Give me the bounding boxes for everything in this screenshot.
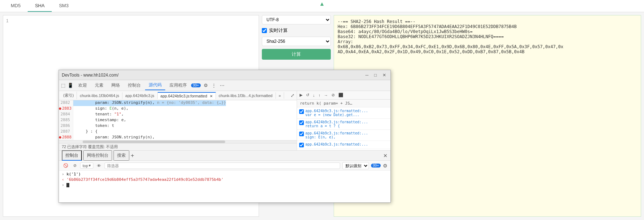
dock-icon[interactable]: ⬚ xyxy=(60,82,66,89)
bp-item-0: app.6424b9c3.js:formatted:...var e = (ne… xyxy=(297,107,390,119)
console-tabs: 控制台 网络控制台 搜索 + ✕ xyxy=(59,151,390,161)
maximize-button[interactable]: □ xyxy=(373,72,378,78)
console-caret xyxy=(66,183,69,187)
algo-select[interactable]: Sha2-256 Sha1 Sha2-512 Sha3-256 xyxy=(262,37,331,46)
devtools-tab-bar: ⬚ 📱 欢迎 元素 网络 控制台 源代码 应用程序 99+ ⚙ ⋮ ⋯ xyxy=(59,80,390,91)
line-code-2885[interactable]: timestamp: e, xyxy=(73,118,126,123)
breakpoints-list: app.6424b9c3.js:formatted:...var e = (ne… xyxy=(297,107,390,150)
console-text-0: k('1') xyxy=(66,172,81,177)
bp-step-over-btn[interactable]: ↺ xyxy=(305,92,310,98)
clear-console-btn[interactable]: 🚫 xyxy=(62,162,70,169)
tab-sm3[interactable]: SM3 xyxy=(52,0,76,12)
file-tab-chunk[interactable]: chunk-libs.1f3b0464.js xyxy=(77,92,122,99)
bp-step-into-btn[interactable]: ↓ xyxy=(312,93,316,98)
line-num-2884: 2884 xyxy=(59,112,73,118)
devtools-bottom: 控制台 网络控制台 搜索 + ✕ 🚫 ⊘ top ▾ 👁 默认级别 99+ xyxy=(59,150,390,202)
bp-resume-btn[interactable]: ▶ xyxy=(298,92,304,98)
level-select[interactable]: 默认级别 xyxy=(342,162,369,169)
mobile-icon[interactable]: 📱 xyxy=(67,82,74,89)
tab-md5[interactable]: MD5 xyxy=(4,0,28,12)
line-code-2883[interactable]: sign: E(n, e), xyxy=(73,106,129,112)
close-file-icon[interactable]: ✕ xyxy=(210,94,213,98)
line-num-2882: 2882 xyxy=(59,100,73,106)
realtime-checkbox[interactable] xyxy=(262,28,267,33)
bp-checkbox-1[interactable] xyxy=(299,120,304,125)
file-tab-index[interactable]: (索引) xyxy=(60,92,77,99)
file-tabs: (索引) chunk-libs.1f3b0464.js app.6424b9c3… xyxy=(59,91,297,100)
tab-network[interactable]: 网络 xyxy=(108,81,124,90)
console-line-2: › xyxy=(62,182,388,188)
top-selector[interactable]: top ▾ xyxy=(80,162,93,169)
watch-icon[interactable]: 👁 xyxy=(96,163,102,169)
console-settings-icon[interactable]: ⚙ xyxy=(383,163,388,169)
source-left-panel: (索引) chunk-libs.1f3b0464.js app.6424b9c3… xyxy=(59,91,297,150)
line-code-2884[interactable]: tenant: "1", xyxy=(73,112,124,118)
file-tab-app[interactable]: app.6424b9c3.js xyxy=(122,92,158,99)
up-arrow-icon[interactable]: ▲ xyxy=(319,1,325,7)
code-line-2887: 2887 } : { xyxy=(59,129,297,135)
console-result-arrow: ‹ xyxy=(62,177,66,182)
bp-next-btn[interactable]: → xyxy=(323,93,329,98)
line-code-2887[interactable]: } : { xyxy=(73,129,98,135)
app-container: ▲ MD5 SHA SM3 1 UTF-8 GBK UTF-16 实时计算 Sh… xyxy=(0,0,644,220)
line-num-2885: 2885 xyxy=(59,118,73,123)
badge-99: 99+ xyxy=(191,83,201,87)
tab-elements[interactable]: 元素 xyxy=(91,81,107,90)
bp-text-0: app.6424b9c3.js:formatted:...var e = (ne… xyxy=(305,109,368,117)
file-tab-app-formatted[interactable]: app.6424b9c3.js:formatted ✕ xyxy=(158,92,216,99)
calc-button[interactable]: 计算 xyxy=(262,49,331,60)
minimize-button[interactable]: ─ xyxy=(364,72,370,78)
console-prompt-0: › xyxy=(62,172,66,177)
line-code-2882[interactable]: param: JSON.stringify(n), n = {no: 'dy00… xyxy=(73,100,226,106)
line-number: 1 xyxy=(6,18,9,23)
tab-welcome[interactable]: 欢迎 xyxy=(75,81,91,90)
dock-right-icon[interactable]: ⋯ xyxy=(219,82,225,89)
console-text-1: '6b86b273ff34fce19d6b804eff5a3f5747ada4e… xyxy=(66,177,223,182)
bp-checkbox-2[interactable] xyxy=(299,132,304,136)
source-code-content: 2882 param: JSON.stringify(n), n = {no: … xyxy=(59,100,297,140)
file-tab-more[interactable]: » xyxy=(276,92,284,99)
bp-checkbox-3[interactable] xyxy=(299,143,304,147)
tab-source[interactable]: 源代码 xyxy=(145,81,165,90)
console-tab-network[interactable]: 网络控制台 xyxy=(83,150,112,161)
filter-input[interactable] xyxy=(105,162,340,169)
devtools-top-right: 99+ ⚙ ⋮ ⋯ xyxy=(191,82,225,89)
line-num-2888: 2888 xyxy=(59,135,73,140)
line-code-2888[interactable]: param: JSON.stringify(n), xyxy=(73,135,155,140)
devtools-window-controls: ─ □ ✕ xyxy=(364,72,388,78)
file-tab-chunk-formatted[interactable]: chunk-libs.1f3b...4.js:formatted xyxy=(216,92,276,99)
bp-deactivate-btn[interactable]: ⬛ xyxy=(337,92,344,98)
encoding-select[interactable]: UTF-8 GBK UTF-16 xyxy=(262,15,331,24)
console-badge: 99+ xyxy=(371,164,381,168)
devtools-titlebar: DevTools - www.hh1024.com/ ─ □ ✕ xyxy=(59,70,390,80)
h-scrollbar[interactable] xyxy=(59,140,297,143)
code-line-2888: 2888 param: JSON.stringify(n), xyxy=(59,135,297,140)
code-line-2883: 2883 sign: E(n, e), xyxy=(59,106,297,112)
bp-checkbox-0[interactable] xyxy=(299,109,304,114)
console-line-1: ‹ '6b86b273ff34fce19d6b804eff5a3f5747ada… xyxy=(62,177,388,182)
tab-console[interactable]: 控制台 xyxy=(124,81,144,90)
line-code-2886[interactable]: token: t xyxy=(73,123,114,129)
tab-sha[interactable]: SHA xyxy=(28,0,52,12)
console-tab-console[interactable]: 控制台 xyxy=(62,150,82,161)
line-num-2887: 2887 xyxy=(59,129,73,135)
console-tab-search[interactable]: 搜索 xyxy=(113,150,129,161)
devtools-body: (索引) chunk-libs.1f3b0464.js app.6424b9c3… xyxy=(59,91,390,150)
tab-application[interactable]: 应用程序 xyxy=(166,81,190,90)
settings-icon[interactable]: ⚙ xyxy=(203,82,209,89)
bp-disable-btn[interactable]: ⊘ xyxy=(330,92,336,98)
bp-item-3: app.6424b9c3.js:formatted:... xyxy=(297,141,390,149)
close-button[interactable]: ✕ xyxy=(381,72,388,78)
line-num-2886: 2886 xyxy=(59,123,73,129)
console-toolbar: 🚫 ⊘ top ▾ 👁 默认级别 99+ ⚙ xyxy=(59,161,390,171)
console-close-button[interactable]: ✕ xyxy=(383,153,388,159)
console-tab-add[interactable]: + xyxy=(131,152,134,159)
panel-expand-icon[interactable]: ⤢ xyxy=(290,92,295,99)
console-filter-toggle[interactable]: ⊘ xyxy=(72,162,78,169)
code-line-2882: 2882 param: JSON.stringify(n), n = {no: … xyxy=(59,100,297,106)
source-right-panel: ▶ ↺ ↓ ↑ → ⊘ ⬛ return k( param= + JS… a xyxy=(297,91,390,150)
more-icon[interactable]: ⋮ xyxy=(211,82,217,89)
realtime-label: 实时计算 xyxy=(269,27,288,34)
devtools-window: DevTools - www.hh1024.com/ ─ □ ✕ ⬚ 📱 欢迎 … xyxy=(59,70,391,203)
bp-step-out-btn[interactable]: ↑ xyxy=(318,93,322,98)
